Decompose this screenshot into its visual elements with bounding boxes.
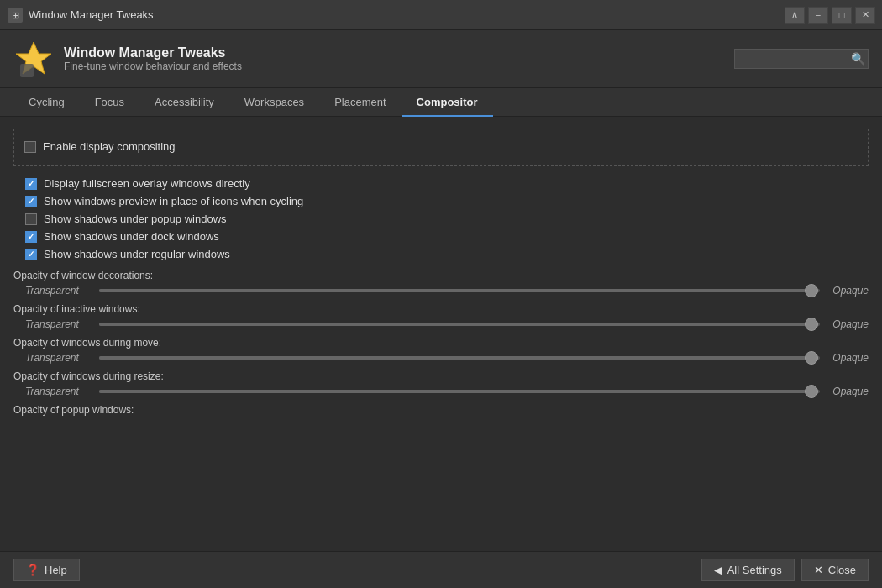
app-title: Window Manager Tweaks	[64, 45, 242, 60]
all-settings-icon: ◀	[714, 564, 722, 576]
checkbox-fullscreen[interactable]	[25, 178, 37, 190]
slider-resize-label: Opacity of windows during resize:	[13, 370, 869, 382]
enable-compositing-row: Enable display compositing	[24, 138, 858, 155]
slider-move-thumb[interactable]	[805, 351, 818, 365]
header-icon	[13, 39, 54, 79]
checkbox-fullscreen-row: Display fullscreen overlay windows direc…	[13, 175, 869, 192]
slider-decorations-label: Opacity of window decorations:	[13, 270, 869, 281]
all-settings-label: All Settings	[727, 564, 782, 576]
content-area: Enable display compositing Display fulls…	[0, 117, 882, 551]
checkbox-fullscreen-label: Display fullscreen overlay windows direc…	[44, 177, 250, 190]
slider-resize-track[interactable]	[99, 390, 820, 393]
checkbox-preview-row: Show windows preview in place of icons w…	[13, 192, 869, 210]
enable-compositing-label: Enable display compositing	[43, 140, 176, 153]
checkboxes-group: Display fullscreen overlay windows direc…	[13, 175, 869, 263]
slider-inactive-right: Opaque	[827, 318, 869, 330]
help-label: Help	[45, 564, 67, 576]
all-settings-button[interactable]: ◀ All Settings	[701, 559, 795, 581]
window-controls: ∧ − □ ✕	[785, 7, 875, 24]
compositing-section: Enable display compositing	[13, 129, 869, 166]
slider-resize-left: Transparent	[25, 386, 92, 397]
svg-rect-3	[20, 64, 34, 77]
bottom-bar: ❓ Help ◀ All Settings ✕ Close	[0, 551, 882, 588]
checkbox-shadows-regular-label: Show shadows under regular windows	[44, 248, 230, 260]
slider-resize-thumb[interactable]	[805, 385, 818, 398]
sliders-group: Opacity of window decorations: Transpare…	[13, 270, 869, 416]
tab-focus[interactable]: Focus	[80, 89, 139, 117]
slider-move-left: Transparent	[25, 352, 92, 364]
slider-popup-label: Opacity of popup windows:	[13, 404, 869, 416]
checkbox-shadows-regular[interactable]	[25, 249, 37, 260]
checkbox-shadows-popup-label: Show shadows under popup windows	[44, 213, 227, 225]
slider-move-label: Opacity of windows during move:	[13, 337, 869, 349]
checkbox-shadows-popup-row: Show shadows under popup windows	[13, 210, 869, 228]
chevron-button[interactable]: ∧	[785, 7, 805, 24]
checkbox-shadows-dock[interactable]	[25, 231, 37, 243]
tab-bar: Cycling Focus Accessibility Workspaces P…	[0, 88, 882, 117]
checkbox-shadows-popup[interactable]	[25, 213, 37, 225]
svg-text:⊞: ⊞	[12, 10, 19, 20]
slider-resize-right: Opaque	[827, 386, 869, 397]
slider-decorations-track[interactable]	[99, 289, 820, 292]
help-icon: ❓	[26, 564, 39, 576]
close-window-button[interactable]: ✕	[855, 7, 875, 24]
app-header: Window Manager Tweaks Fine-tune window b…	[0, 30, 882, 88]
slider-popup-section: Opacity of popup windows:	[13, 404, 869, 416]
checkbox-shadows-regular-row: Show shadows under regular windows	[13, 245, 869, 263]
app-subtitle: Fine-tune window behaviour and effects	[64, 60, 242, 72]
slider-inactive-track[interactable]	[99, 323, 820, 326]
titlebar: ⊞ Window Manager Tweaks ∧ − □ ✕	[0, 0, 882, 30]
titlebar-title: Window Manager Tweaks	[29, 8, 154, 21]
slider-decorations-thumb[interactable]	[805, 284, 818, 297]
slider-move-section: Opacity of windows during move: Transpar…	[13, 337, 869, 364]
maximize-button[interactable]: □	[832, 7, 852, 24]
slider-inactive-label: Opacity of inactive windows:	[13, 303, 869, 315]
slider-inactive-section: Opacity of inactive windows: Transparent…	[13, 303, 869, 330]
tab-workspaces[interactable]: Workspaces	[229, 89, 319, 117]
checkbox-preview-label: Show windows preview in place of icons w…	[44, 195, 303, 207]
slider-decorations-section: Opacity of window decorations: Transpare…	[13, 270, 869, 297]
help-button[interactable]: ❓ Help	[13, 559, 80, 581]
app-icon: ⊞	[7, 7, 24, 24]
slider-inactive-thumb[interactable]	[805, 318, 818, 331]
search-input[interactable]	[734, 49, 869, 69]
slider-resize-section: Opacity of windows during resize: Transp…	[13, 370, 869, 397]
close-label: Close	[828, 564, 856, 576]
checkbox-preview[interactable]	[25, 196, 37, 207]
checkbox-shadows-dock-row: Show shadows under dock windows	[13, 228, 869, 245]
tab-compositor[interactable]: Compositor	[402, 89, 493, 117]
enable-compositing-checkbox[interactable]	[24, 141, 36, 153]
checkbox-shadows-dock-label: Show shadows under dock windows	[44, 230, 219, 243]
slider-decorations-left: Transparent	[25, 285, 92, 297]
close-button[interactable]: ✕ Close	[801, 559, 869, 581]
slider-move-track[interactable]	[99, 356, 820, 360]
slider-move-right: Opaque	[827, 352, 869, 364]
tab-placement[interactable]: Placement	[319, 89, 401, 117]
tab-accessibility[interactable]: Accessibility	[139, 89, 229, 117]
tab-cycling[interactable]: Cycling	[13, 89, 80, 117]
search-icon[interactable]: 🔍	[851, 52, 865, 66]
minimize-button[interactable]: −	[808, 7, 828, 24]
close-icon: ✕	[814, 564, 823, 576]
slider-decorations-right: Opaque	[827, 285, 869, 297]
slider-inactive-left: Transparent	[25, 318, 92, 330]
